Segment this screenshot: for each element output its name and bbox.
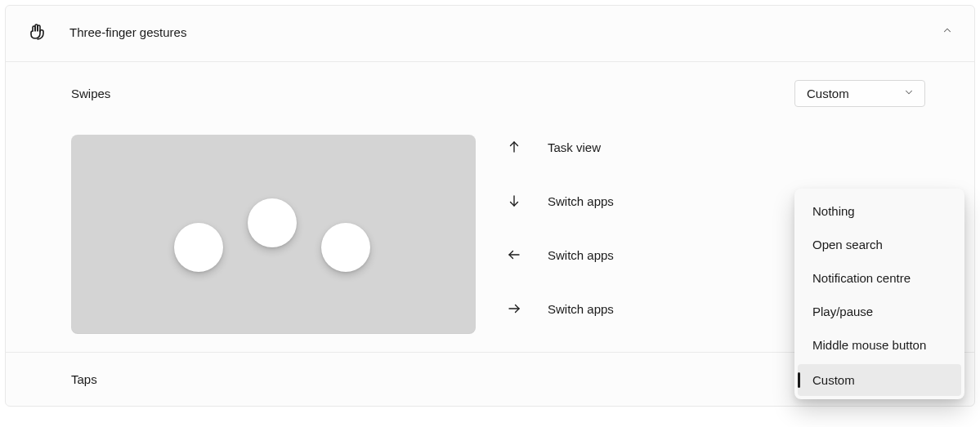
taps-dropdown-popup: Nothing Open search Notification centre … [794, 189, 964, 399]
finger-dot-icon [321, 223, 370, 272]
arrow-right-icon [505, 301, 523, 316]
popup-option-notification-centre[interactable]: Notification centre [798, 262, 961, 294]
popup-option-play-pause[interactable]: Play/pause [798, 296, 961, 327]
gesture-label: Task view [548, 140, 601, 154]
touchpad-preview [71, 135, 476, 334]
popup-option-custom[interactable]: Custom [798, 364, 961, 396]
popup-option-middle-mouse-button[interactable]: Middle mouse button [798, 329, 961, 361]
finger-dot-icon [174, 223, 223, 272]
gesture-label: Switch apps [548, 302, 614, 316]
dropdown-value: Custom [807, 87, 849, 100]
card-header[interactable]: Three-finger gestures [6, 6, 974, 62]
taps-label: Taps [71, 372, 97, 386]
swipes-label: Swipes [71, 87, 110, 100]
three-finger-hand-icon [27, 22, 47, 42]
chevron-up-icon [942, 24, 953, 39]
arrow-down-icon [505, 193, 523, 208]
arrow-up-icon [505, 140, 523, 154]
gesture-right: Switch apps [505, 301, 614, 316]
popup-option-open-search[interactable]: Open search [798, 229, 961, 260]
gesture-left: Switch apps [505, 247, 614, 262]
gesture-up: Task view [505, 140, 614, 154]
gesture-list: Task view Switch apps Switch apps [505, 135, 614, 316]
gesture-down: Switch apps [505, 193, 614, 208]
gesture-label: Switch apps [548, 194, 614, 208]
three-finger-gestures-card: Three-finger gestures Swipes Custom [5, 5, 975, 407]
popup-option-nothing[interactable]: Nothing [798, 195, 961, 227]
chevron-down-icon [903, 87, 915, 100]
card-title: Three-finger gestures [69, 25, 186, 39]
finger-dot-icon [248, 198, 297, 247]
arrow-left-icon [505, 247, 523, 262]
swipes-dropdown[interactable]: Custom [794, 80, 925, 107]
gesture-label: Switch apps [548, 248, 614, 262]
